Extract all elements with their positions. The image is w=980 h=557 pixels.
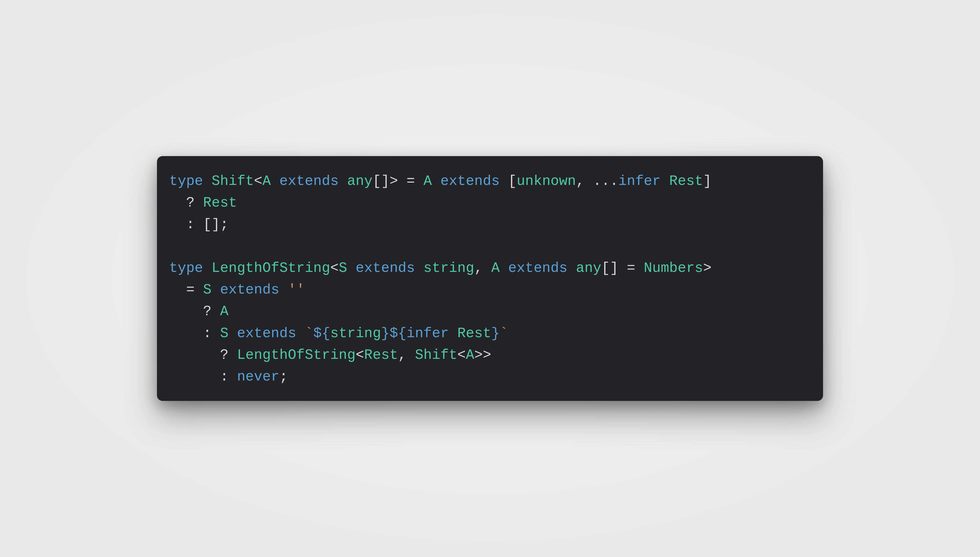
code-token: unknown xyxy=(517,173,576,189)
code-card: type Shift<A extends any[]> = A extends … xyxy=(157,156,823,401)
code-token: Numbers xyxy=(644,260,703,276)
code-token: >> xyxy=(474,347,491,363)
code-token: A xyxy=(423,173,432,189)
code-token: ; xyxy=(279,369,288,385)
code-token: A xyxy=(262,173,271,189)
code-token: ` xyxy=(305,326,313,342)
code-block: type Shift<A extends any[]> = A extends … xyxy=(169,170,811,388)
code-token: ? xyxy=(169,303,220,319)
code-token: Rest xyxy=(457,326,491,342)
code-token: ? xyxy=(169,195,203,211)
code-token: S xyxy=(339,260,347,276)
code-token: ? xyxy=(169,347,237,363)
code-token: , xyxy=(398,347,415,363)
code-token: ] xyxy=(703,173,712,189)
code-token: any xyxy=(576,260,601,276)
code-token: : xyxy=(169,369,237,385)
code-token: [] = xyxy=(601,260,644,276)
code-token: extends xyxy=(271,173,347,189)
code-token: extends xyxy=(229,326,305,342)
code-token: type xyxy=(169,173,212,189)
code-token: : []; xyxy=(169,217,229,233)
code-token: < xyxy=(457,347,466,363)
code-token: } xyxy=(381,326,389,342)
code-token: A xyxy=(491,260,500,276)
code-token: Rest xyxy=(364,347,398,363)
code-token: extends xyxy=(500,260,576,276)
code-token: , xyxy=(474,260,491,276)
code-token: any xyxy=(347,173,372,189)
code-token: string xyxy=(423,260,474,276)
code-token: < xyxy=(330,260,339,276)
code-token: extends xyxy=(347,260,423,276)
code-token: [ xyxy=(508,173,516,189)
code-token: ${ xyxy=(389,326,406,342)
code-token: S xyxy=(203,282,212,298)
code-token: Rest xyxy=(669,173,703,189)
code-token: LengthOfString xyxy=(237,347,356,363)
code-token: ${ xyxy=(314,326,330,342)
code-token: infer xyxy=(618,173,669,189)
code-token: = xyxy=(169,282,203,298)
code-token: string xyxy=(330,326,381,342)
code-token: < xyxy=(356,347,364,363)
code-token: : xyxy=(169,326,220,342)
code-token: '' xyxy=(288,282,305,298)
code-token: S xyxy=(220,326,229,342)
code-token: A xyxy=(220,303,229,319)
code-token: Shift xyxy=(212,173,254,189)
code-token: ` xyxy=(500,326,508,342)
code-token: Shift xyxy=(415,347,457,363)
code-token: Rest xyxy=(203,195,237,211)
code-token: A xyxy=(466,347,474,363)
code-token: infer xyxy=(407,326,457,342)
code-token: extends xyxy=(212,282,288,298)
code-token: never xyxy=(237,369,279,385)
code-token: LengthOfString xyxy=(212,260,330,276)
code-token: type xyxy=(169,260,212,276)
code-token: } xyxy=(491,326,500,342)
code-token: > xyxy=(703,260,712,276)
code-token: extends xyxy=(432,173,508,189)
code-token: , ... xyxy=(576,173,618,189)
code-token: []> = xyxy=(372,173,423,189)
code-token: < xyxy=(254,173,262,189)
